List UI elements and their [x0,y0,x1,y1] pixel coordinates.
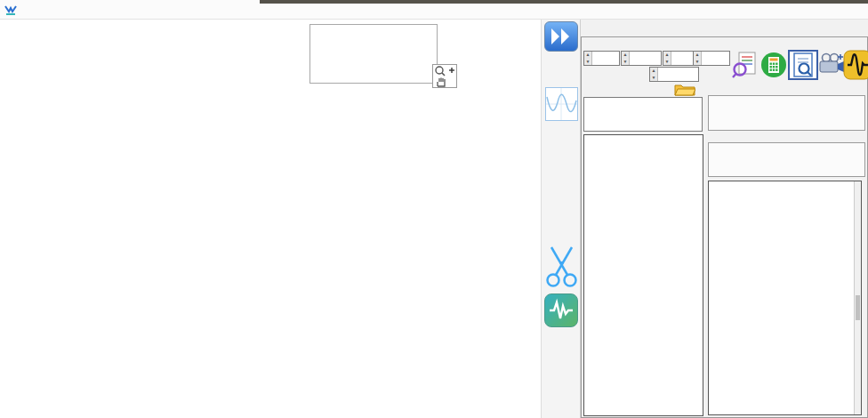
screenshot-scissors-icon[interactable] [544,240,579,292]
file-path-value[interactable] [583,97,703,132]
play-count-spinner[interactable]: ▲▼ [583,51,620,66]
ac-params-group [708,142,865,177]
play-camera-icon[interactable] [818,52,845,78]
overlay-icon[interactable] [843,50,868,76]
pan-hand-icon[interactable] [433,76,456,87]
open-folder-icon[interactable] [674,83,695,96]
app-logo-icon [4,4,17,16]
oscilloscope-plot[interactable] [0,20,459,418]
decode-channel-spinner[interactable]: ▲▼ [693,51,730,66]
window-top-edge [260,0,868,4]
zoom-tools[interactable] [432,64,457,88]
zoom-in-icon[interactable] [433,65,456,76]
record-tab-page: ▲▼ ▲▼ ▲▼ ▲▼ [581,36,868,418]
decode-type-spinner[interactable]: ▲▼ [621,51,662,66]
waveform-file-table[interactable] [583,134,703,416]
control-panel: ▲▼ ▲▼ ▲▼ ▲▼ [581,20,868,418]
fast-forward-button[interactable] [544,21,578,52]
record-time-spinner[interactable]: ▲▼ [649,67,699,82]
legend-box[interactable] [309,24,438,84]
preview-icon[interactable] [790,52,816,78]
can-frame-list[interactable] [708,181,862,415]
waveform-button[interactable] [544,293,578,327]
calculator-icon[interactable] [760,52,787,78]
tool-strip [541,20,581,418]
scrollbar-thumb[interactable] [856,295,860,320]
decode-icon[interactable] [732,52,759,78]
operation-group [708,95,865,131]
scrollbar[interactable] [854,181,861,414]
status-waveform-icon [545,87,578,121]
